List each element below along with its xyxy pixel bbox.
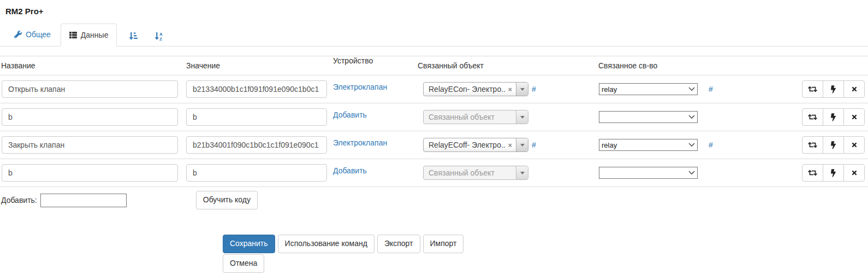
linked-property-select[interactable] [599, 111, 698, 123]
linked-object-select[interactable]: Связанный объект [423, 110, 528, 124]
tab-general[interactable]: Общее [5, 23, 60, 46]
run-button[interactable] [823, 164, 844, 182]
column-header-linked-property: Связанное св-во [592, 61, 789, 70]
add-section: Добавить: Обучить коду [0, 187, 868, 213]
row-actions [802, 136, 865, 154]
data-table: Название Значение Устройство Связанный о… [0, 56, 868, 187]
clear-selection-icon[interactable]: × [506, 85, 516, 94]
caret-down-icon [520, 172, 525, 174]
value-input[interactable] [186, 108, 327, 126]
commands-usage-button[interactable]: Использование команд [278, 235, 374, 253]
tab-data[interactable]: Данные [61, 24, 117, 46]
name-input[interactable] [2, 136, 178, 154]
linked-property-select[interactable]: relay [599, 83, 698, 95]
sort-alpha-button[interactable]: A Z [148, 26, 169, 46]
delete-button[interactable] [843, 80, 865, 98]
list-icon [69, 31, 77, 39]
sort-amount-asc-icon [129, 32, 138, 40]
run-button[interactable] [823, 80, 844, 98]
train-code-button[interactable]: Обучить коду [196, 191, 258, 209]
caret-down-icon [520, 88, 525, 91]
svg-text:Z: Z [159, 37, 162, 41]
run-button[interactable] [823, 108, 844, 126]
linked-property-select[interactable] [599, 167, 698, 179]
linked-object-select[interactable]: RelayECon- Электро... × [423, 82, 528, 96]
device-link[interactable]: Добавить [333, 110, 367, 119]
column-header-value: Значение [185, 61, 333, 70]
column-header-linked-object: Связанный объект [423, 61, 592, 70]
column-header-name: Название [0, 61, 185, 70]
linked-property-value: relay [599, 85, 688, 94]
retweet-icon [808, 141, 817, 149]
chevron-down-icon [688, 143, 695, 147]
run-button[interactable] [823, 136, 844, 154]
object-hash-link[interactable]: # [532, 141, 536, 149]
bolt-icon [831, 113, 836, 121]
delete-icon [851, 170, 858, 176]
tab-general-label: Общее [26, 29, 51, 40]
name-input[interactable] [2, 164, 178, 182]
linked-object-select[interactable]: RelayECoff- Электро... × [423, 138, 528, 152]
name-input[interactable] [2, 80, 178, 98]
save-button[interactable]: Сохранить [223, 235, 275, 253]
delete-button[interactable] [843, 136, 865, 154]
caret-down-icon [520, 144, 525, 147]
property-hash-link[interactable]: # [709, 141, 713, 149]
sync-button[interactable] [802, 108, 823, 126]
chevron-down-icon [688, 87, 695, 91]
delete-icon [851, 86, 858, 92]
page-title: RM2 Pro+ [5, 7, 868, 16]
value-input[interactable] [186, 80, 327, 98]
device-link[interactable]: Электроклапан [333, 83, 387, 91]
row-actions [802, 80, 865, 98]
table-row: Добавить Связанный объект [0, 159, 868, 187]
name-input[interactable] [2, 108, 178, 126]
delete-button[interactable] [843, 164, 865, 182]
table-row: Добавить Связанный объект [0, 103, 868, 131]
linked-object-value: RelayECoff- Электро... [424, 141, 506, 149]
retweet-icon [808, 85, 817, 93]
caret-down-icon [520, 116, 525, 119]
tab-bar: Общее Данные A Z [0, 23, 868, 46]
dropdown-arrow-button[interactable] [516, 83, 528, 96]
sort-amount-button[interactable] [123, 26, 144, 46]
linked-property-select[interactable]: relay [599, 139, 698, 151]
value-input[interactable] [186, 136, 327, 154]
linked-object-placeholder: Связанный объект [424, 168, 516, 177]
delete-icon [851, 114, 858, 120]
dropdown-arrow-button[interactable] [516, 166, 528, 179]
table-row: Электроклапан RelayECon- Электро... × # … [0, 75, 868, 103]
sync-button[interactable] [802, 164, 823, 182]
column-header-device: Устройство [333, 56, 423, 75]
delete-button[interactable] [843, 108, 865, 126]
property-hash-link[interactable]: # [709, 85, 713, 94]
value-input[interactable] [186, 164, 327, 182]
sync-button[interactable] [802, 136, 823, 154]
device-link[interactable]: Добавить [333, 166, 367, 175]
add-input[interactable] [40, 194, 127, 207]
bolt-icon [831, 85, 836, 94]
import-button[interactable]: Импорт [423, 235, 464, 253]
retweet-icon [808, 113, 817, 121]
sort-alpha-asc-icon: A Z [154, 32, 163, 40]
footer-actions: Сохранить Использование команд Экспорт И… [223, 235, 868, 273]
device-link[interactable]: Электроклапан [333, 138, 387, 147]
linked-object-select[interactable]: Связанный объект [423, 166, 528, 180]
dropdown-arrow-button[interactable] [516, 138, 528, 151]
tab-data-label: Данные [81, 30, 109, 40]
retweet-icon [808, 169, 817, 177]
chevron-down-icon [688, 171, 695, 175]
cancel-button[interactable]: Отмена [223, 254, 264, 273]
chevron-down-icon [688, 115, 695, 119]
export-button[interactable]: Экспорт [377, 235, 420, 253]
object-hash-link[interactable]: # [532, 85, 536, 94]
clear-selection-icon[interactable]: × [506, 141, 516, 149]
linked-object-placeholder: Связанный объект [424, 113, 516, 121]
sync-button[interactable] [802, 80, 823, 98]
delete-icon [851, 142, 858, 148]
dropdown-arrow-button[interactable] [516, 110, 528, 124]
table-row: Электроклапан RelayECoff- Электро... × #… [0, 131, 868, 159]
row-actions [802, 164, 865, 182]
table-header-row: Название Значение Устройство Связанный о… [0, 56, 868, 75]
wrench-icon [14, 31, 22, 38]
